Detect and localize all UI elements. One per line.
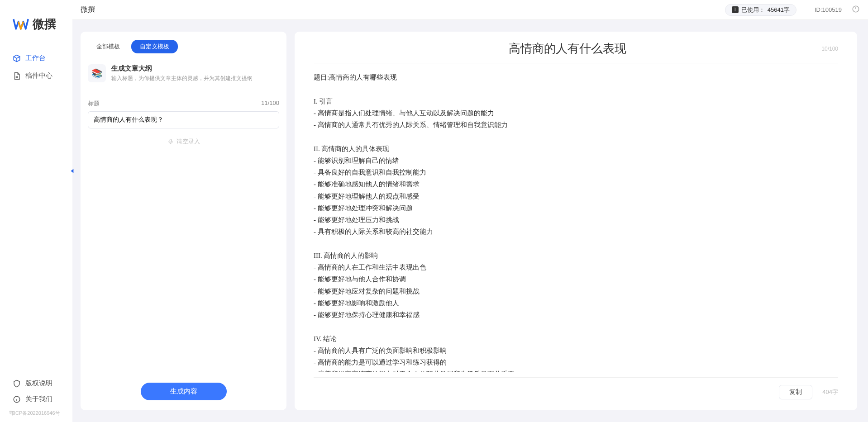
footer-label: 版权说明 — [25, 379, 52, 388]
voice-input-button[interactable]: 请空录入 — [88, 138, 279, 146]
usage-label: 已使用： — [741, 6, 765, 14]
logo-text: 微撰 — [33, 16, 56, 32]
books-icon: 📚 — [91, 68, 103, 79]
left-panel: 全部模板 自定义模板 📚 生成文章大纲 输入标题，为你提供文章主体的灵感，并为其… — [81, 32, 286, 410]
voice-label: 请空录入 — [176, 138, 200, 146]
output-header: 高情商的人有什么表现 10/100 — [314, 41, 838, 63]
nav-drafts[interactable]: 稿件中心 — [9, 67, 72, 85]
field-counter: 11/100 — [261, 100, 279, 108]
shield-icon — [13, 379, 21, 388]
output-counter: 10/100 — [821, 46, 838, 52]
content-row: 全部模板 自定义模板 📚 生成文章大纲 输入标题，为你提供文章主体的灵感，并为其… — [72, 20, 868, 422]
title-form: 标题 11/100 请空录入 — [88, 100, 279, 383]
topbar-title: 微撰 — [81, 5, 95, 14]
cube-icon — [13, 54, 21, 62]
topbar: 微撰 T 已使用： 45641字 ID:100519 — [72, 0, 868, 20]
output-body: 题目:高情商的人有哪些表现 I. 引言 - 高情商是指人们处理情绪、与他人互动以… — [314, 71, 838, 372]
logo-icon — [13, 18, 29, 31]
template-card: 📚 生成文章大纲 输入标题，为你提供文章主体的灵感，并为其创建推文提纲 — [88, 62, 279, 88]
output-footer: 复制 404字 — [314, 377, 838, 399]
document-icon — [13, 72, 21, 80]
sidebar: 微撰 工作台 稿件中心 版权说明 关于我们 鄂ICP备2022016946号 — [0, 0, 72, 422]
sidebar-nav: 工作台 稿件中心 — [0, 49, 72, 375]
microphone-icon — [167, 138, 174, 145]
nav-workbench[interactable]: 工作台 — [9, 49, 72, 67]
user-id: ID:100519 — [815, 6, 842, 13]
generate-button[interactable]: 生成内容 — [141, 383, 227, 400]
template-desc: 输入标题，为你提供文章主体的灵感，并为其创建推文提纲 — [111, 75, 253, 82]
usage-badge-icon: T — [732, 6, 739, 13]
collapse-icon[interactable] — [69, 167, 76, 175]
title-input[interactable] — [88, 111, 279, 128]
app-logo: 微撰 — [0, 8, 72, 49]
footer-about[interactable]: 关于我们 — [9, 391, 72, 407]
template-icon: 📚 — [88, 64, 106, 82]
copy-button[interactable]: 复制 — [779, 385, 812, 399]
sidebar-footer: 版权说明 关于我们 — [0, 375, 72, 407]
footer-label: 关于我们 — [25, 395, 52, 403]
usage-pill: T 已使用： 45641字 — [725, 4, 796, 16]
icp-text: 鄂ICP备2022016946号 — [0, 407, 72, 417]
word-count: 404字 — [822, 388, 838, 396]
nav-label: 工作台 — [25, 54, 46, 62]
power-icon[interactable] — [852, 5, 860, 15]
nav-label: 稿件中心 — [25, 71, 52, 80]
tab-all-templates[interactable]: 全部模板 — [88, 40, 129, 53]
template-title: 生成文章大纲 — [111, 64, 253, 73]
info-icon — [13, 395, 21, 403]
usage-value: 45641字 — [768, 6, 790, 14]
footer-copyright[interactable]: 版权说明 — [9, 375, 72, 391]
output-title: 高情商的人有什么表现 — [314, 41, 821, 57]
tab-custom-templates[interactable]: 自定义模板 — [131, 40, 178, 53]
template-tabs: 全部模板 自定义模板 — [88, 40, 279, 53]
field-label: 标题 — [88, 100, 100, 108]
output-panel: 高情商的人有什么表现 10/100 题目:高情商的人有哪些表现 I. 引言 - … — [295, 32, 857, 410]
main-area: 微撰 T 已使用： 45641字 ID:100519 全部模板 自定义模板 📚 … — [72, 0, 868, 422]
svg-rect-5 — [170, 139, 172, 142]
